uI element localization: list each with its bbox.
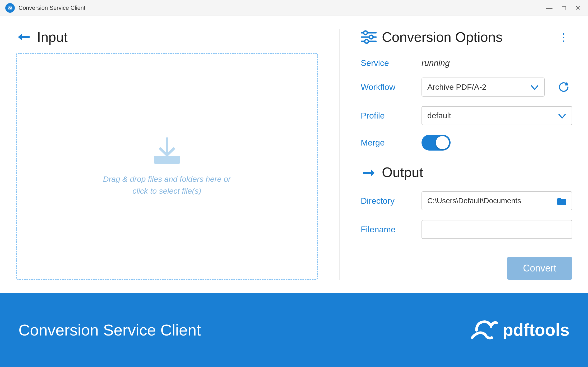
directory-row: Directory C:\Users\Default\Documents — [361, 191, 572, 210]
drop-icon — [151, 136, 183, 165]
maximize-button[interactable]: □ — [560, 4, 568, 12]
workflow-dropdown-arrow — [530, 82, 539, 92]
merge-label: Merge — [361, 138, 414, 148]
workflow-label: Workflow — [361, 82, 414, 92]
convert-btn-row: Convert — [361, 257, 572, 280]
profile-dropdown-arrow — [558, 111, 566, 121]
input-title: Input — [37, 29, 68, 45]
svg-rect-1 — [154, 156, 180, 164]
main-content: Input Drag & drop files and folders here… — [0, 16, 588, 293]
window-controls: — □ ✕ — [544, 4, 583, 12]
svg-point-7 — [365, 39, 368, 43]
titlebar: Conversion Service Client — □ ✕ — [0, 0, 588, 16]
options-header-left: Conversion Options — [361, 29, 503, 45]
sliders-icon — [361, 30, 377, 44]
close-button[interactable]: ✕ — [573, 4, 583, 12]
svg-point-6 — [369, 35, 373, 39]
options-header: Conversion Options ⋮ — [361, 29, 572, 45]
input-icon — [16, 29, 32, 45]
output-title: Output — [382, 164, 423, 180]
output-rows: Directory C:\Users\Default\Documents Fil… — [361, 191, 572, 239]
profile-dropdown[interactable]: default — [422, 106, 572, 125]
profile-label: Profile — [361, 111, 414, 121]
profile-row: Profile default — [361, 106, 572, 125]
pdftools-logo-icon — [471, 316, 498, 343]
options-panel: Conversion Options ⋮ Service running Wor… — [361, 29, 572, 280]
options-title: Conversion Options — [382, 29, 503, 45]
convert-button[interactable]: Convert — [507, 257, 572, 280]
workflow-dropdown[interactable]: Archive PDF/A-2 — [422, 78, 545, 97]
output-section-header: Output — [361, 164, 572, 181]
titlebar-title: Conversion Service Client — [18, 4, 544, 11]
footer-logo-text: pdftools — [503, 320, 570, 340]
filename-input[interactable] — [422, 220, 572, 239]
profile-selected: default — [427, 111, 558, 120]
service-label: Service — [361, 58, 414, 68]
directory-value: C:\Users\Default\Documents — [427, 197, 557, 205]
minimize-button[interactable]: — — [544, 4, 555, 12]
input-panel: Input Drag & drop files and folders here… — [16, 29, 318, 280]
directory-label: Directory — [361, 196, 414, 206]
workflow-selected: Archive PDF/A-2 — [427, 83, 530, 92]
options-section: Service running Workflow Archive PDF/A-2 — [361, 58, 572, 151]
app-logo — [5, 3, 15, 13]
filename-label: Filename — [361, 225, 414, 234]
output-icon — [361, 164, 377, 181]
options-menu-button[interactable]: ⋮ — [556, 31, 572, 43]
drop-text: Drag & drop files and folders here or cl… — [101, 173, 233, 197]
input-header: Input — [16, 29, 318, 45]
folder-icon — [557, 196, 566, 206]
service-value: running — [422, 58, 450, 68]
footer-title: Conversion Service Client — [18, 321, 201, 339]
svg-point-5 — [364, 31, 367, 35]
drop-zone[interactable]: Drag & drop files and folders here or cl… — [16, 53, 318, 280]
merge-toggle[interactable] — [422, 135, 451, 151]
filename-row: Filename — [361, 220, 572, 239]
refresh-button[interactable] — [555, 79, 572, 96]
toggle-knob — [436, 136, 449, 149]
merge-row: Merge — [361, 135, 572, 151]
directory-input[interactable]: C:\Users\Default\Documents — [422, 191, 572, 210]
footer: Conversion Service Client pdftools — [0, 293, 588, 367]
panel-divider — [339, 29, 340, 280]
workflow-row: Workflow Archive PDF/A-2 — [361, 78, 572, 97]
footer-logo: pdftools — [471, 316, 570, 343]
service-row: Service running — [361, 58, 572, 68]
